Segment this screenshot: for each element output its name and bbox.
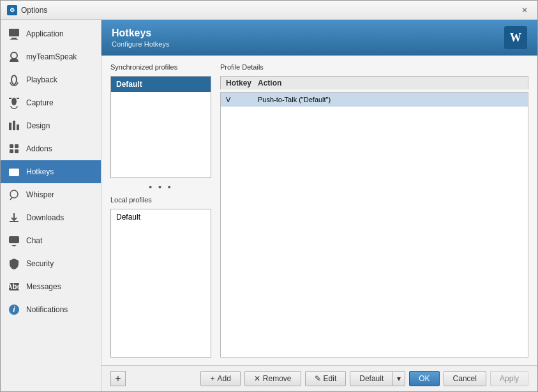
downloads-icon — [7, 211, 21, 225]
bottom-bar: + + Add ✕ Remove ✎ Edit — [101, 365, 537, 391]
sidebar-item-label: Messages — [26, 282, 61, 291]
cancel-button[interactable]: Cancel — [444, 371, 486, 386]
default-dropdown-arrow[interactable]: ▾ — [392, 371, 405, 386]
svg-rect-0 — [9, 29, 19, 36]
design-icon — [7, 119, 21, 133]
content-area: Application myTeamSpeak Playback Capture — [1, 20, 537, 391]
sidebar-item-addons[interactable]: Addons — [1, 137, 101, 160]
sidebar-item-application[interactable]: Application — [1, 22, 101, 45]
messages-icon: Abc — [7, 280, 21, 294]
addons-icon — [7, 142, 21, 156]
local-profiles-label: Local profiles — [110, 196, 211, 204]
sidebar-item-label: Whisper — [26, 190, 54, 199]
capture-icon — [7, 96, 21, 110]
sidebar: Application myTeamSpeak Playback Capture — [1, 20, 101, 391]
svg-rect-9 — [9, 123, 11, 130]
sidebar-item-label: Application — [26, 29, 64, 38]
add-button[interactable]: + Add — [200, 371, 240, 386]
svg-text:Abc: Abc — [8, 282, 20, 291]
hotkey-row[interactable]: V Push-to-Talk ("Default") — [221, 93, 528, 107]
local-profile-item[interactable]: Default — [111, 209, 211, 225]
svg-point-6 — [11, 98, 17, 105]
ok-button[interactable]: OK — [409, 371, 439, 386]
svg-rect-18 — [13, 170, 15, 172]
svg-rect-20 — [10, 173, 18, 175]
sidebar-item-label: Downloads — [26, 213, 64, 222]
default-button[interactable]: Default — [350, 371, 392, 386]
myteamspeak-icon — [7, 50, 21, 64]
synchronized-profiles-list[interactable]: Default — [110, 76, 211, 178]
svg-point-4 — [11, 75, 17, 84]
panel-header-left: Hotkeys Configure Hotkeys — [112, 27, 170, 48]
sidebar-item-notifications[interactable]: i Notifications — [1, 298, 101, 321]
playback-icon — [7, 73, 21, 87]
sidebar-item-whisper[interactable]: Whisper — [1, 183, 101, 206]
remove-button[interactable]: ✕ Remove — [244, 371, 301, 386]
svg-rect-19 — [16, 170, 18, 172]
profile-details-section: Profile Details Hotkey Action V Push-to-… — [220, 63, 528, 358]
svg-rect-15 — [15, 149, 19, 153]
application-icon — [7, 27, 21, 41]
svg-rect-13 — [15, 144, 19, 148]
svg-rect-12 — [10, 144, 13, 148]
svg-rect-11 — [17, 124, 19, 130]
profiles-section: Synchronized profiles Default • • • Loca… — [110, 63, 211, 358]
sidebar-item-capture[interactable]: Capture — [1, 91, 101, 114]
apply-button[interactable]: Apply — [490, 371, 528, 386]
hotkey-action-cell: Push-to-Talk ("Default") — [258, 96, 523, 103]
sidebar-item-label: Chat — [26, 236, 42, 245]
sidebar-item-security[interactable]: Security — [1, 252, 101, 275]
sidebar-item-messages[interactable]: Abc Messages — [1, 275, 101, 298]
sidebar-item-myteamspeak[interactable]: myTeamSpeak — [1, 45, 101, 68]
sidebar-item-chat[interactable]: Chat — [1, 229, 101, 252]
hotkey-table: V Push-to-Talk ("Default") — [220, 92, 528, 358]
panel-body: Synchronized profiles Default • • • Loca… — [101, 56, 537, 365]
sidebar-item-label: Design — [26, 121, 50, 130]
svg-point-21 — [10, 190, 18, 198]
remove-label: Remove — [263, 374, 292, 383]
edit-icon: ✎ — [315, 374, 321, 383]
panel-header-icon: W — [504, 26, 527, 49]
action-column-header: Action — [258, 79, 523, 87]
hotkey-key-cell: V — [226, 96, 258, 103]
bottom-left-controls: + — [110, 371, 126, 386]
profile-details-label: Profile Details — [220, 63, 528, 71]
add-icon: + — [210, 374, 214, 383]
svg-rect-14 — [10, 149, 13, 153]
sidebar-item-label: Capture — [26, 98, 54, 107]
edit-label: Edit — [324, 374, 337, 383]
svg-point-3 — [11, 52, 17, 59]
sidebar-item-design[interactable]: Design — [1, 114, 101, 137]
notifications-icon: i — [7, 303, 21, 317]
synchronized-profiles-label: Synchronized profiles — [110, 63, 211, 71]
synchronized-profile-item[interactable]: Default — [111, 77, 211, 92]
sidebar-item-hotkeys[interactable]: Hotkeys — [1, 160, 101, 183]
hotkeys-icon — [7, 165, 21, 179]
window-title: Options — [21, 6, 47, 15]
window-icon: ⚙ — [7, 5, 17, 15]
default-dropdown-group: Default ▾ — [350, 371, 405, 386]
title-bar-left: ⚙ Options — [7, 5, 47, 15]
edit-button[interactable]: ✎ Edit — [305, 371, 347, 386]
close-button[interactable]: ✕ — [518, 4, 531, 16]
profile-dots: • • • — [110, 181, 211, 193]
add-local-profile-button[interactable]: + — [110, 371, 126, 386]
bottom-right-controls: + Add ✕ Remove ✎ Edit Default ▾ — [200, 371, 528, 386]
svg-rect-1 — [11, 38, 17, 39]
svg-rect-22 — [9, 236, 19, 243]
sidebar-item-label: Notifications — [26, 305, 68, 314]
panel-subtitle: Configure Hotkeys — [112, 40, 170, 48]
panel-header: Hotkeys Configure Hotkeys W — [101, 20, 537, 56]
svg-rect-17 — [10, 170, 12, 172]
main-panel: Hotkeys Configure Hotkeys W Synchronized… — [101, 20, 537, 391]
chat-icon — [7, 234, 21, 248]
svg-rect-16 — [9, 169, 19, 176]
sidebar-item-label: Hotkeys — [26, 167, 54, 176]
remove-icon: ✕ — [254, 374, 260, 383]
sidebar-item-playback[interactable]: Playback — [1, 68, 101, 91]
sidebar-item-downloads[interactable]: Downloads — [1, 206, 101, 229]
options-window: ⚙ Options ✕ Application myTeamSpeak — [0, 0, 538, 392]
sidebar-item-label: Playback — [26, 75, 57, 84]
sidebar-item-label: Addons — [26, 144, 52, 153]
local-profiles-list[interactable]: Default — [110, 209, 211, 358]
